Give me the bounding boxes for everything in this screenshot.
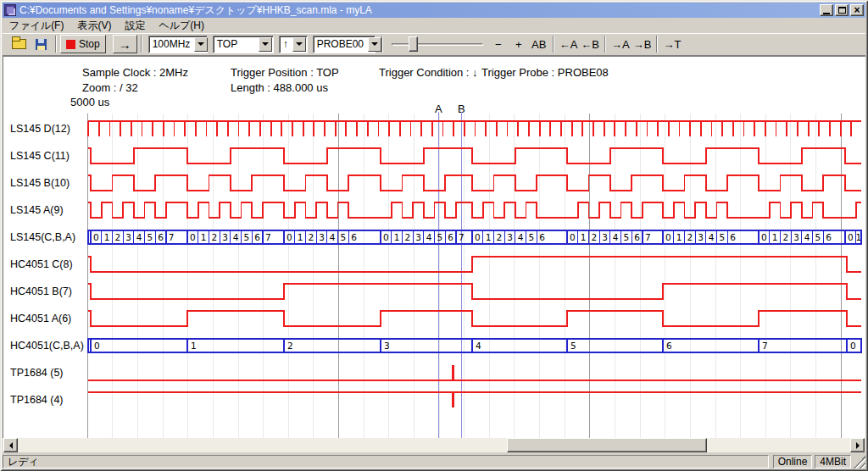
- menu-settings[interactable]: 設定: [118, 17, 152, 35]
- close-icon: ×: [854, 6, 860, 14]
- length-text: Length : 488.000 us: [231, 81, 328, 94]
- menu-bar: ファイル(F) 表示(V) 設定 ヘルプ(H): [3, 18, 865, 33]
- zoom-text: Zoom : / 32: [82, 81, 138, 94]
- channel-label-ls145-a[interactable]: LS145 A(9): [10, 204, 64, 216]
- trigger-probe-combo[interactable]: PROBE00: [313, 36, 376, 53]
- app-icon: [4, 4, 16, 16]
- channel-label-hc4051-a[interactable]: HC4051 A(6): [10, 313, 71, 324]
- run-arrow-icon: →: [119, 37, 131, 52]
- set-marker-b-button[interactable]: →B: [632, 35, 654, 53]
- zoom-out-button[interactable]: −: [488, 35, 509, 53]
- toolbar-separator: [55, 36, 57, 53]
- sample-rate-dropdown-button[interactable]: [194, 37, 208, 52]
- trigger-edge-combo[interactable]: ↑: [279, 36, 308, 53]
- trigger-condition-text: Trigger Condition : ↓: [379, 66, 478, 79]
- trigger-position-value: TOP: [214, 38, 258, 50]
- window-title: C:¥Documents and Settings¥noname¥デスクトップ¥…: [19, 3, 820, 18]
- channel-label-ls145-bus[interactable]: LS145(C,B,A): [10, 231, 75, 243]
- menu-file[interactable]: ファイル(F): [3, 17, 70, 35]
- channel-label-ls145-d[interactable]: LS145 D(12): [10, 123, 70, 135]
- status-memory: 4MBit: [815, 455, 851, 468]
- zoom-slider-handle[interactable]: [409, 36, 418, 52]
- goto-trigger-button[interactable]: →T: [661, 35, 682, 53]
- status-online: Online: [773, 455, 813, 468]
- zoom-ab-button[interactable]: AB: [529, 35, 549, 53]
- scroll-right-button[interactable]: [850, 438, 865, 452]
- save-floppy-icon: [36, 39, 47, 50]
- open-button[interactable]: [8, 35, 30, 53]
- goto-marker-a-button[interactable]: ←A: [558, 35, 580, 53]
- goto-marker-b-button[interactable]: ←B: [579, 35, 601, 53]
- sample-clock-text: Sample Clock : 2MHz: [82, 66, 188, 79]
- chevron-down-icon: [262, 42, 269, 46]
- close-button[interactable]: ×: [850, 4, 864, 16]
- arrow-right-icon: [856, 442, 860, 449]
- trigger-edge-dropdown-button[interactable]: [292, 37, 306, 52]
- scroll-left-button[interactable]: [3, 438, 18, 452]
- scrollbar-thumb[interactable]: [507, 438, 707, 452]
- toolbar-separator: [381, 36, 383, 53]
- trigger-edge-value: ↑: [280, 38, 292, 50]
- channel-label-hc4051-bus[interactable]: HC4051(C,B,A): [10, 340, 84, 352]
- window-controls: ×: [820, 4, 864, 16]
- minimize-icon: [823, 13, 830, 14]
- channel-label-hc4051-b[interactable]: HC4051 B(7): [10, 285, 72, 297]
- toolbar-separator: [604, 36, 606, 53]
- trigger-position-dropdown-button[interactable]: [259, 37, 272, 52]
- minimize-button[interactable]: [820, 4, 833, 16]
- stop-label: Stop: [79, 38, 100, 50]
- trigger-probe-dropdown-button[interactable]: [368, 37, 381, 52]
- arrow-left-icon: [9, 442, 13, 449]
- chevron-down-icon: [296, 42, 303, 46]
- trigger-probe-text: Trigger Probe : PROBE08: [481, 66, 609, 79]
- channel-label-ls145-c[interactable]: LS145 C(11): [10, 150, 70, 162]
- zoom-slider[interactable]: [392, 35, 483, 53]
- save-button[interactable]: [30, 35, 52, 53]
- marker-b-label[interactable]: B: [458, 103, 465, 115]
- toolbar-separator: [553, 36, 554, 53]
- menu-view[interactable]: 表示(V): [70, 17, 118, 35]
- marker-a-label[interactable]: A: [435, 103, 442, 115]
- open-folder-icon: [12, 39, 26, 49]
- channel-label-tp1684-4[interactable]: TP1684 (4): [10, 394, 64, 406]
- sample-rate-combo[interactable]: 100MHz: [148, 36, 208, 53]
- toolbar-separator: [141, 36, 142, 53]
- trigger-probe-value: PROBE00: [314, 38, 367, 50]
- maximize-button[interactable]: [835, 4, 849, 16]
- run-button[interactable]: →: [113, 35, 137, 53]
- trigger-position-combo[interactable]: TOP: [213, 36, 274, 53]
- stop-button[interactable]: Stop: [60, 35, 106, 53]
- waveform-client-area: Sample Clock : 2MHz Trigger Position : T…: [3, 56, 865, 438]
- tool-bar: Stop → 100MHz TOP ↑ PROBE00 − + AB ←A: [3, 33, 865, 56]
- app-window: C:¥Documents and Settings¥noname¥デスクトップ¥…: [0, 0, 868, 471]
- chevron-down-icon: [371, 42, 378, 46]
- set-marker-a-button[interactable]: →A: [609, 35, 632, 53]
- sample-rate-value: 100MHz: [149, 38, 194, 50]
- stop-icon: [66, 40, 75, 49]
- title-bar[interactable]: C:¥Documents and Settings¥noname¥デスクトップ¥…: [3, 3, 865, 18]
- resize-grip[interactable]: [854, 455, 865, 468]
- toolbar-separator: [656, 36, 658, 53]
- zoom-slider-track[interactable]: [392, 43, 483, 46]
- trigger-position-text: Trigger Position : TOP: [231, 66, 339, 79]
- status-bar: レディ Online 4MBit: [3, 453, 865, 468]
- time-scale-label: 5000 us: [70, 96, 109, 108]
- channel-label-hc4051-c[interactable]: HC4051 C(8): [10, 258, 73, 270]
- zoom-in-button[interactable]: +: [509, 35, 529, 53]
- menu-help[interactable]: ヘルプ(H): [152, 17, 211, 35]
- channel-label-ls145-b[interactable]: LS145 B(10): [10, 177, 70, 189]
- horizontal-scrollbar[interactable]: [3, 438, 865, 452]
- chevron-down-icon: [198, 42, 204, 46]
- status-message: レディ: [3, 455, 769, 468]
- channel-label-tp1684-5[interactable]: TP1684 (5): [10, 367, 64, 379]
- maximize-icon: [838, 7, 846, 14]
